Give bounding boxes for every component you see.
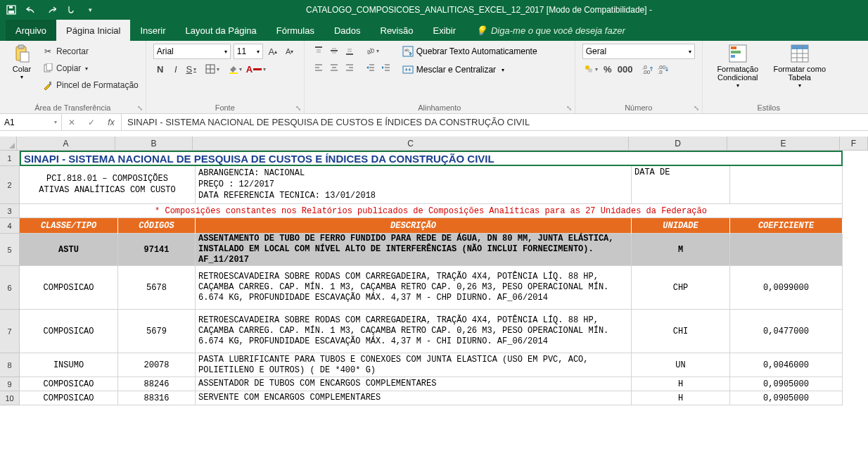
increase-font-button[interactable]: A▴ (266, 44, 280, 58)
align-bottom-button[interactable] (343, 44, 357, 58)
col-header-F[interactable]: F (840, 137, 868, 150)
col-header-D[interactable]: D (629, 137, 727, 150)
cell-C6[interactable]: RETROESCAVADEIRA SOBRE RODAS COM CARREGA… (196, 266, 632, 310)
row-header-8[interactable]: 8 (0, 353, 20, 377)
cell-A8[interactable]: INSUMO (20, 353, 118, 377)
font-color-button[interactable]: A▾ (245, 62, 267, 76)
cell-D4[interactable]: UNIDADE (632, 218, 730, 234)
cell-E8[interactable]: 0,0046000 (730, 353, 843, 377)
cell-A10[interactable]: COMPOSICAO (20, 391, 118, 405)
bold-button[interactable]: N (153, 62, 167, 76)
cell-D2[interactable]: DATA DE (632, 166, 730, 204)
cell-E7[interactable]: 0,0477000 (730, 310, 843, 353)
tell-me[interactable]: 💡 Diga-me o que você deseja fazer (466, 20, 635, 41)
cell-B10[interactable]: 88316 (118, 391, 196, 405)
cell-E6[interactable]: 0,0099000 (730, 266, 843, 310)
cell-D10[interactable]: H (632, 391, 730, 405)
underline-button[interactable]: S▾ (184, 62, 198, 76)
cell-A9[interactable]: COMPOSICAO (20, 377, 118, 391)
tab-review[interactable]: Revisão (371, 20, 423, 41)
cell-D8[interactable]: UN (632, 353, 730, 377)
dialog-launcher-icon[interactable]: ⤡ (566, 104, 572, 112)
format-as-table-button[interactable]: Formatar como Tabela▾ (772, 44, 828, 89)
tab-home[interactable]: Página Inicial (56, 20, 130, 41)
tab-view[interactable]: Exibir (423, 20, 466, 41)
borders-button[interactable]: ▾ (204, 62, 221, 76)
dialog-launcher-icon[interactable]: ⤡ (694, 104, 699, 112)
increase-decimal-button[interactable]: ,0,00 (641, 62, 655, 76)
cancel-formula-button[interactable]: ✕ (62, 114, 82, 130)
tab-formulas[interactable]: Fórmulas (267, 20, 324, 41)
cell-C9[interactable]: ASSENTADOR DE TUBOS COM ENCARGOS COMPLEM… (196, 377, 632, 391)
tab-layout[interactable]: Layout da Página (176, 20, 267, 41)
cell-D9[interactable]: H (632, 377, 730, 391)
cell-A6[interactable]: COMPOSICAO (20, 266, 118, 310)
row-header-5[interactable]: 5 (0, 234, 20, 266)
fill-color-button[interactable]: ▾ (226, 62, 243, 76)
cell-B6[interactable]: 5678 (118, 266, 196, 310)
align-middle-button[interactable] (327, 44, 341, 58)
cell-C7[interactable]: RETROESCAVADEIRA SOBRE RODAS COM CARREGA… (196, 310, 632, 353)
row-header-6[interactable]: 6 (0, 266, 20, 310)
row-header-2[interactable]: 2 (0, 166, 20, 204)
increase-indent-button[interactable] (379, 61, 393, 75)
cell-B4[interactable]: CÓDIGOS (118, 218, 196, 234)
accounting-format-button[interactable]: ▾ (582, 62, 599, 76)
cell-A7[interactable]: COMPOSICAO (20, 310, 118, 353)
row-header-3[interactable]: 3 (0, 204, 20, 218)
paste-button[interactable]: Colar ▾ (7, 44, 37, 81)
redo-icon[interactable] (45, 4, 56, 15)
tab-file[interactable]: Arquivo (6, 20, 56, 41)
qat-dropdown-icon[interactable]: ▾ (84, 4, 96, 15)
col-header-A[interactable]: A (17, 137, 115, 150)
row-header-4[interactable]: 4 (0, 218, 20, 234)
save-icon[interactable] (6, 4, 17, 15)
font-size-combo[interactable]: 11▾ (234, 44, 263, 59)
cell-A2[interactable]: PCI.818.01 – COMPOSIÇÕES ATIVAS ANALÍTIC… (20, 166, 196, 204)
decrease-font-button[interactable]: A▾ (283, 44, 297, 58)
cell-A1[interactable]: SINAPI - SISTEMA NACIONAL DE PESQUISA DE… (20, 151, 843, 166)
orientation-button[interactable]: ab▾ (364, 44, 381, 58)
row-header-1[interactable]: 1 (0, 151, 20, 166)
italic-button[interactable]: I (169, 62, 183, 76)
col-header-E[interactable]: E (727, 137, 840, 150)
decrease-indent-button[interactable] (364, 61, 378, 75)
cell-E10[interactable]: 0,0905000 (730, 391, 843, 405)
align-left-button[interactable] (312, 61, 326, 75)
dialog-launcher-icon[interactable]: ⤡ (137, 104, 143, 112)
cell-E5[interactable] (730, 234, 843, 266)
decrease-decimal-button[interactable]: ,00,0 (656, 62, 670, 76)
conditional-format-button[interactable]: Formatação Condicional▾ (710, 44, 766, 89)
number-format-combo[interactable]: Geral▾ (582, 44, 695, 59)
cell-C8[interactable]: PASTA LUBRIFICANTE PARA TUBOS E CONEXOES… (196, 353, 632, 377)
formula-input[interactable]: SINAPI - SISTEMA NACIONAL DE PESQUISA DE… (122, 114, 868, 130)
merge-center-button[interactable]: Mesclar e Centralizar▾ (399, 62, 568, 77)
percent-button[interactable]: % (601, 62, 615, 76)
tab-data[interactable]: Dados (324, 20, 371, 41)
format-painter-button[interactable]: Pincel de Formatação (42, 77, 139, 93)
cut-button[interactable]: ✂Recortar (42, 44, 139, 59)
col-header-C[interactable]: C (193, 137, 629, 150)
wrap-text-button[interactable]: abQuebrar Texto Automaticamente (399, 44, 568, 59)
font-name-combo[interactable]: Arial▾ (153, 44, 231, 59)
cell-B8[interactable]: 20078 (118, 353, 196, 377)
cell-E4[interactable]: COEFICIENTE (730, 218, 843, 234)
cell-C10[interactable]: SERVENTE COM ENCARGOS COMPLEMENTARES (196, 391, 632, 405)
select-all-button[interactable] (0, 137, 17, 151)
accept-formula-button[interactable]: ✓ (82, 114, 101, 130)
cell-B5[interactable]: 97141 (118, 234, 196, 266)
thousand-sep-button[interactable]: 000 (616, 62, 634, 76)
touch-mode-icon[interactable] (65, 4, 76, 15)
align-top-button[interactable] (312, 44, 326, 58)
copy-button[interactable]: Copiar▾ (42, 61, 139, 76)
row-header-7[interactable]: 7 (0, 310, 20, 353)
align-center-button[interactable] (327, 61, 341, 75)
tab-insert[interactable]: Inserir (130, 20, 175, 41)
name-box[interactable]: A1▾ (0, 114, 62, 130)
col-header-B[interactable]: B (115, 137, 193, 150)
cell-D7[interactable]: CHI (632, 310, 730, 353)
cell-C4[interactable]: DESCRIÇÃO (196, 218, 632, 234)
cell-C2[interactable]: ABRANGENCIA: NACIONAL PREÇO : 12/2017 DA… (196, 166, 632, 204)
fx-button[interactable]: fx (101, 114, 121, 130)
cell-A4[interactable]: CLASSE/TIPO (20, 218, 118, 234)
